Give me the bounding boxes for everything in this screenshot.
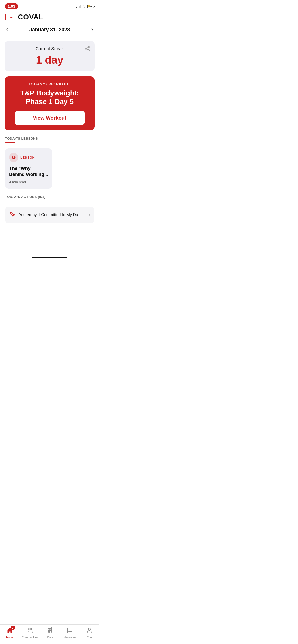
- signal-icon: [76, 5, 81, 8]
- svg-text:COVAL: COVAL: [6, 16, 14, 19]
- lessons-section-header: TODAY'S LESSONS: [0, 137, 99, 145]
- prev-date-button[interactable]: ‹: [6, 26, 8, 33]
- svg-line-5: [87, 49, 88, 50]
- lesson-tag-label: LESSON: [20, 156, 35, 159]
- battery-icon: 43: [87, 5, 94, 8]
- date-nav: ‹ January 31, 2023 ›: [0, 24, 99, 36]
- streak-title: Current Streak: [10, 46, 90, 51]
- lessons-title: TODAY'S LESSONS: [5, 137, 94, 140]
- action-chevron-icon: ›: [89, 212, 90, 217]
- lesson-title: The "Why" Behind Working...: [9, 166, 48, 178]
- svg-line-6: [87, 47, 88, 48]
- lesson-card[interactable]: LESSON The "Why" Behind Working... 4 min…: [5, 148, 52, 189]
- status-icons: ∿ 43: [76, 4, 94, 8]
- actions-section-header: TODAY'S ACTIONS (0/1): [5, 195, 94, 203]
- status-bar: 1:03 ∿ 43: [0, 0, 99, 11]
- action-icon: [9, 211, 15, 219]
- lesson-tag-icon: [9, 153, 18, 162]
- actions-title: TODAY'S ACTIONS (0/1): [5, 195, 94, 199]
- workout-card: TODAY'S WORKOUT T&P Bodyweight: Phase 1 …: [5, 76, 95, 130]
- app-title: COVAL: [18, 13, 44, 21]
- app-header: COVAL COVAL: [0, 11, 99, 24]
- lessons-underline: [5, 142, 15, 143]
- streak-value: 1 day: [10, 54, 90, 66]
- streak-card: Current Streak 1 day: [5, 41, 95, 71]
- lessons-list: LESSON The "Why" Behind Working... 4 min…: [0, 145, 99, 195]
- actions-underline: [5, 201, 15, 201]
- share-button[interactable]: [85, 46, 90, 53]
- workout-section-label: TODAY'S WORKOUT: [10, 82, 90, 86]
- workout-name: T&P Bodyweight: Phase 1 Day 5: [10, 89, 90, 106]
- actions-section: TODAY'S ACTIONS (0/1) Yesterday, I Commi…: [0, 195, 99, 229]
- lesson-meta: 4 min read: [9, 180, 48, 184]
- current-date: January 31, 2023: [29, 27, 70, 33]
- wifi-icon: ∿: [83, 4, 86, 8]
- lesson-tag: LESSON: [9, 153, 48, 162]
- logo-box: COVAL: [5, 14, 15, 20]
- logo-icon: COVAL: [5, 14, 15, 20]
- view-workout-button[interactable]: View Workout: [15, 111, 85, 125]
- home-indicator: [32, 257, 67, 258]
- action-item[interactable]: Yesterday, I Committed to My Da... ›: [5, 207, 94, 223]
- next-date-button[interactable]: ›: [91, 26, 93, 33]
- status-time: 1:03: [5, 3, 18, 9]
- share-icon: [85, 47, 90, 52]
- action-text: Yesterday, I Committed to My Da...: [19, 213, 85, 217]
